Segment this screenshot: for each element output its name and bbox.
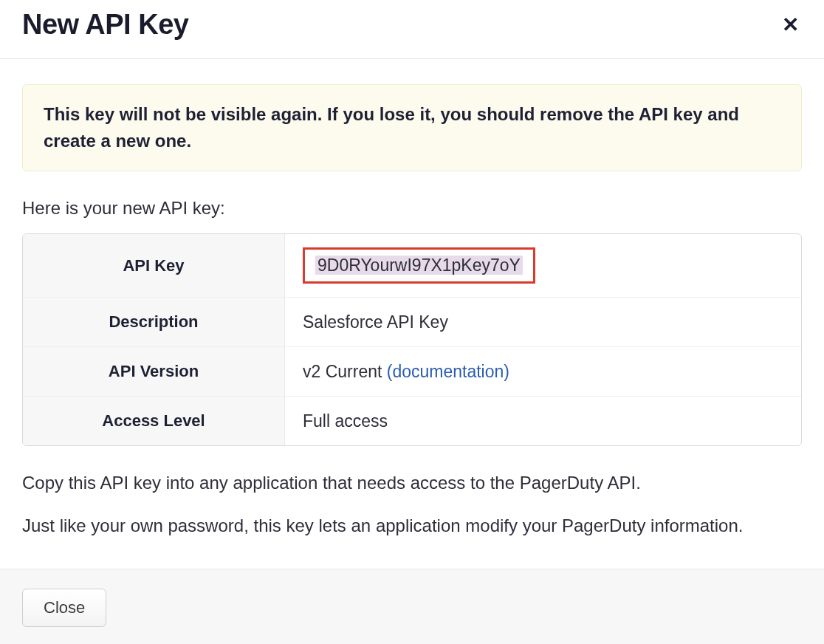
new-api-key-modal: New API Key ✕ This key will not be visib… xyxy=(0,0,824,644)
table-row-description: Description Salesforce API Key xyxy=(23,298,801,347)
intro-text: Here is your new API key: xyxy=(22,198,802,219)
table-row-api-key: API Key 9D0RYourwI97X1pKey7oY xyxy=(23,234,801,298)
api-key-value[interactable]: 9D0RYourwI97X1pKey7oY xyxy=(315,256,523,275)
warning-banner: This key will not be visible again. If y… xyxy=(22,84,802,171)
table-row-api-version: API Version v2 Current (documentation) xyxy=(23,347,801,397)
password-warning-text: Just like your own password, this key le… xyxy=(22,513,802,539)
close-icon[interactable]: ✕ xyxy=(779,12,802,38)
documentation-link[interactable]: (documentation) xyxy=(387,362,509,381)
warning-text: This key will not be visible again. If y… xyxy=(44,101,780,154)
copy-instruction-text: Copy this API key into any application t… xyxy=(22,470,802,496)
api-key-highlight-box: 9D0RYourwI97X1pKey7oY xyxy=(303,247,535,284)
api-key-value-cell: 9D0RYourwI97X1pKey7oY xyxy=(285,234,801,298)
description-label: Description xyxy=(23,298,285,347)
access-level-value: Full access xyxy=(285,397,801,445)
table-row-access-level: Access Level Full access xyxy=(23,397,801,445)
description-value: Salesforce API Key xyxy=(285,298,801,347)
api-version-value-cell: v2 Current (documentation) xyxy=(285,347,801,397)
access-level-label: Access Level xyxy=(23,397,285,445)
modal-body: This key will not be visible again. If y… xyxy=(0,59,824,569)
close-button[interactable]: Close xyxy=(22,589,106,627)
modal-header: New API Key ✕ xyxy=(0,0,824,59)
modal-title: New API Key xyxy=(22,9,188,41)
api-key-label: API Key xyxy=(23,234,285,298)
modal-footer: Close xyxy=(0,569,824,644)
api-key-details-table: API Key 9D0RYourwI97X1pKey7oY Descriptio… xyxy=(22,233,802,446)
api-version-label: API Version xyxy=(23,347,285,397)
api-version-value: v2 Current xyxy=(303,362,387,381)
